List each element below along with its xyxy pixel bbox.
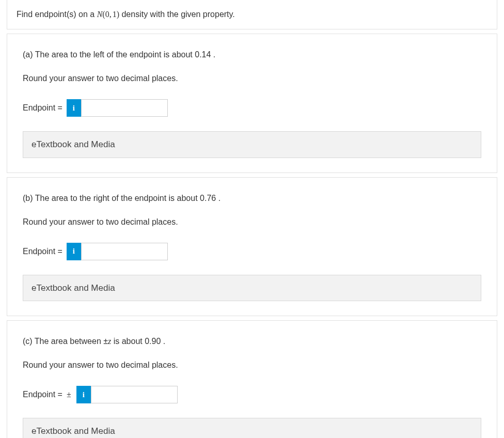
part-c-answer-row: Endpoint = ± i bbox=[23, 386, 481, 403]
part-b-label: Endpoint = bbox=[23, 245, 62, 258]
part-b-prompt: (b) The area to the right of the endpoin… bbox=[23, 192, 481, 205]
part-c-prompt: (c) The area between ±z is about 0.90 . bbox=[23, 335, 481, 348]
part-b-input[interactable] bbox=[81, 243, 168, 260]
etextbook-media-bar[interactable]: eTextbook and Media bbox=[23, 418, 481, 438]
part-c-label: Endpoint = bbox=[23, 388, 62, 401]
etextbook-media-bar[interactable]: eTextbook and Media bbox=[23, 275, 481, 302]
part-c-prompt-prefix: (c) The area between bbox=[23, 337, 103, 346]
part-a-panel: (a) The area to the left of the endpoint… bbox=[7, 34, 497, 173]
part-b-answer-row: Endpoint = i bbox=[23, 243, 481, 260]
part-b-panel: (b) The area to the right of the endpoin… bbox=[7, 177, 497, 317]
part-b-instruction: Round your answer to two decimal places. bbox=[23, 216, 481, 228]
info-icon[interactable]: i bbox=[76, 386, 91, 403]
intro-suffix: density with the given property. bbox=[119, 10, 235, 19]
intro-notation-n: N bbox=[97, 10, 103, 19]
intro-notation-args: (0, 1) bbox=[102, 10, 119, 19]
intro-panel: Find endpoint(s) on a N(0, 1) density wi… bbox=[7, 0, 497, 29]
part-c-prompt-pm: ± bbox=[103, 337, 108, 346]
info-icon[interactable]: i bbox=[67, 243, 81, 260]
plusminus-symbol: ± bbox=[67, 388, 71, 401]
etextbook-media-bar[interactable]: eTextbook and Media bbox=[23, 131, 481, 158]
part-a-answer-row: Endpoint = i bbox=[23, 99, 481, 117]
intro-text: Find endpoint(s) on a N(0, 1) density wi… bbox=[17, 8, 487, 21]
part-c-prompt-suffix: is about 0.90 . bbox=[111, 337, 165, 346]
part-a-instruction: Round your answer to two decimal places. bbox=[23, 72, 481, 85]
info-icon[interactable]: i bbox=[67, 99, 81, 117]
part-a-label: Endpoint = bbox=[23, 102, 62, 114]
part-a-input[interactable] bbox=[81, 99, 168, 117]
part-c-panel: (c) The area between ±z is about 0.90 . … bbox=[7, 320, 497, 438]
part-c-input[interactable] bbox=[91, 386, 178, 403]
part-a-prompt: (a) The area to the left of the endpoint… bbox=[23, 49, 481, 61]
intro-prefix: Find endpoint(s) on a bbox=[17, 10, 97, 19]
part-c-instruction: Round your answer to two decimal places. bbox=[23, 359, 481, 371]
